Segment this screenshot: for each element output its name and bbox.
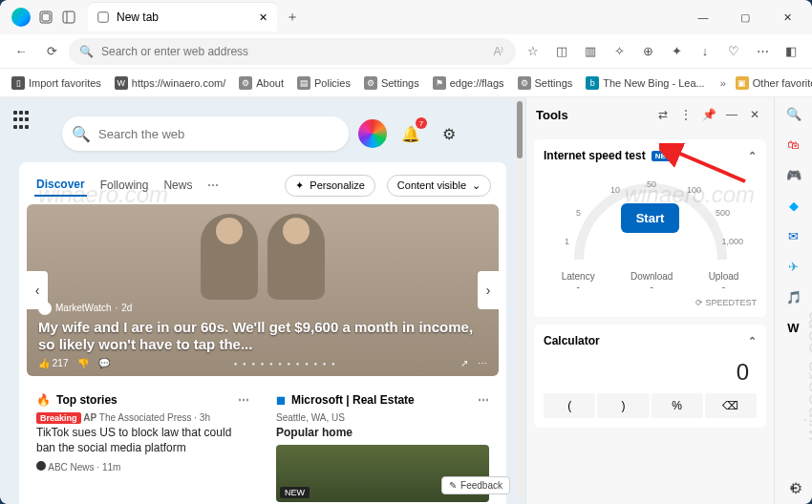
calc-display: 0 <box>544 355 757 389</box>
more-icon[interactable]: ⋯ <box>478 393 489 407</box>
read-aloud-icon[interactable]: A⁾ <box>491 44 506 59</box>
speed-stats: Latency- Download- Upload- <box>544 271 757 292</box>
speedtest-provider: ⟳ SPEEDTEST <box>544 298 757 307</box>
extensions-icon[interactable]: ✦ <box>663 38 690 65</box>
calc-key[interactable]: ( <box>544 393 595 418</box>
bookmark-item[interactable]: ⚑edge://flags <box>429 74 508 92</box>
favorites-list-icon[interactable]: ✧ <box>606 38 632 65</box>
fire-icon: 🔥 <box>36 393 51 407</box>
split-screen-icon[interactable]: ◫ <box>548 38 575 65</box>
calc-key[interactable]: ) <box>597 393 649 418</box>
maximize-button[interactable]: ▢ <box>724 0 766 34</box>
chevron-up-icon[interactable]: ⌃ <box>748 150 757 162</box>
bookmark-item[interactable]: ▯Import favorites <box>8 74 105 92</box>
breaking-badge: Breaking <box>36 412 81 424</box>
more-icon[interactable]: ⋯ <box>749 38 776 65</box>
page-settings-icon[interactable]: ⚙ <box>435 119 463 148</box>
gear-icon: ⚙ <box>364 76 377 90</box>
vertical-tabs-icon[interactable] <box>61 10 76 25</box>
filter-icon[interactable]: ⇄ <box>653 105 673 124</box>
minimize-sidebar-icon[interactable]: ― <box>722 105 741 124</box>
new-tab-button[interactable]: ＋ <box>281 6 304 29</box>
favorite-icon[interactable]: ☆ <box>520 38 546 65</box>
menu-icon[interactable]: ⋮ <box>676 105 695 124</box>
more-tabs-icon[interactable]: ⋯ <box>205 175 221 196</box>
hero-story[interactable]: ‹ › MarketWatch · 2d My wife and I are i… <box>27 204 499 376</box>
story-headline[interactable]: TikTok sues US to block law that could b… <box>36 426 249 455</box>
new-badge: NEW <box>652 151 677 161</box>
back-button[interactable]: ← <box>8 38 34 65</box>
tools-sidebar: Tools ⇄ ⋮ 📌 ― ✕ Internet speed test NEW … <box>525 97 774 504</box>
tab-following[interactable]: Following <box>98 175 151 196</box>
web-search-input[interactable] <box>98 127 337 141</box>
copilot-icon[interactable] <box>358 119 387 148</box>
chevron-down-icon: ⌄ <box>472 179 481 192</box>
svg-rect-4 <box>98 12 109 23</box>
personalize-button[interactable]: ✦Personalize <box>285 175 374 197</box>
more-icon[interactable]: ⋯ <box>238 393 249 407</box>
like-button[interactable]: 👍 217 <box>38 358 68 368</box>
edge-sidebar-rail: 🔍 🛍 🎮 ◆ ✉ ✈ 🎵 W ＋ <box>774 97 812 504</box>
rail-shopping-icon[interactable]: 🛍 <box>783 134 804 155</box>
bookmark-item[interactable]: bThe New Bing - Lea... <box>582 74 708 92</box>
tab-discover[interactable]: Discover <box>34 174 87 197</box>
rail-send-icon[interactable]: ✈ <box>783 256 804 277</box>
chevron-up-icon[interactable]: ⌃ <box>748 335 757 347</box>
minimize-button[interactable]: ― <box>682 0 724 34</box>
edge-logo-icon <box>11 8 31 27</box>
content-visible-dropdown[interactable]: Content visible⌄ <box>387 175 491 197</box>
close-tab-icon[interactable]: ✕ <box>256 10 269 24</box>
downloads-icon[interactable]: ↓ <box>692 38 718 65</box>
calc-key[interactable]: % <box>652 393 703 418</box>
share-icon[interactable]: ↗ <box>460 358 468 368</box>
rail-games-icon[interactable]: 🎮 <box>783 164 804 185</box>
history-icon[interactable]: ⊕ <box>634 38 661 65</box>
browser-essentials-icon[interactable]: ♡ <box>720 38 747 65</box>
bookmark-item[interactable]: ⚙Settings <box>360 74 423 92</box>
web-search-bar[interactable]: 🔍 <box>62 116 349 151</box>
close-window-button[interactable]: ✕ <box>766 0 808 34</box>
close-sidebar-icon[interactable]: ✕ <box>745 105 764 124</box>
save-icon[interactable]: ⋯ <box>478 358 487 368</box>
bookmark-overflow-icon[interactable]: » <box>720 77 726 89</box>
comment-icon[interactable]: 💬 <box>98 358 110 368</box>
dislike-button[interactable]: 👎 <box>77 358 89 368</box>
address-input[interactable] <box>101 45 483 58</box>
microsoft-icon: ◼ <box>276 393 286 407</box>
copilot-toolbar-icon[interactable]: ◧ <box>778 38 804 65</box>
rail-music-icon[interactable]: 🎵 <box>783 286 804 307</box>
rail-winaero-icon[interactable]: W <box>783 317 804 338</box>
realestate-sub: Popular home <box>276 426 489 441</box>
sidebar-title: Tools <box>536 108 650 122</box>
collections-icon[interactable]: ▥ <box>577 38 604 65</box>
calc-key-backspace[interactable]: ⌫ <box>705 393 757 418</box>
bookmark-item[interactable]: ⚙Settings <box>514 74 577 92</box>
workspaces-icon[interactable] <box>38 10 53 25</box>
speed-gauge: 1 5 10 50 100 500 1,000 Start <box>544 170 757 265</box>
other-favorites[interactable]: ▣Other favorites <box>732 74 812 92</box>
browser-tab[interactable]: New tab ✕ <box>88 3 277 32</box>
feedback-button[interactable]: ✎Feedback <box>441 476 510 494</box>
notification-badge: 7 <box>416 117 427 129</box>
notifications-icon[interactable]: 🔔7 <box>396 119 425 148</box>
top-stories-card: 🔥Top stories⋯ Breaking AP The Associated… <box>27 384 259 504</box>
bookmark-item[interactable]: ▤Policies <box>293 74 354 92</box>
address-bar: ← ⟳ 🔍 A⁾ ☆ ◫ ▥ ✧ ⊕ ✦ ↓ ♡ ⋯ ◧ <box>0 34 812 69</box>
rail-outlook-icon[interactable]: ✉ <box>783 225 804 246</box>
address-box[interactable]: 🔍 A⁾ <box>69 38 516 65</box>
rail-edge-tools-icon[interactable]: ◆ <box>783 195 804 216</box>
pin-icon[interactable]: 📌 <box>699 105 718 124</box>
rail-search-icon[interactable]: 🔍 <box>783 103 804 124</box>
scrollbar[interactable] <box>516 99 524 502</box>
main-content: 🔍 🔔7 ⚙ Discover Following News ⋯ ✦Person… <box>0 97 525 504</box>
hero-source: MarketWatch <box>55 303 112 313</box>
settings-gear-icon[interactable]: ⚙ <box>785 477 806 498</box>
start-speed-test-button[interactable]: Start <box>621 203 680 233</box>
svg-rect-1 <box>42 13 50 21</box>
bookmark-item[interactable]: Whttps://winaero.com/ <box>111 74 229 92</box>
bookmark-item[interactable]: ⚙About <box>235 74 288 92</box>
hero-time: 2d <box>121 303 132 313</box>
app-launcher-icon[interactable] <box>13 111 32 130</box>
tab-news[interactable]: News <box>161 175 194 196</box>
refresh-button[interactable]: ⟳ <box>38 38 65 65</box>
